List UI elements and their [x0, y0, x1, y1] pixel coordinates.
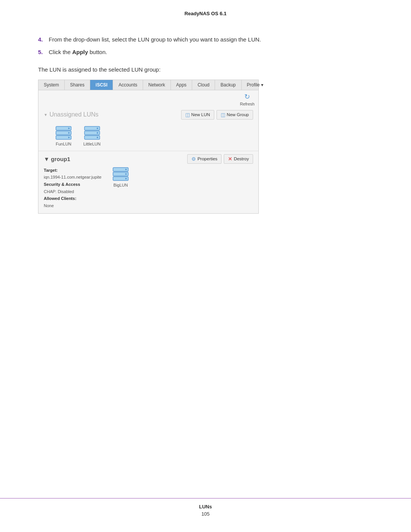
page-footer: LUNs 105 — [0, 498, 411, 517]
group-actions: ⚙ Properties ✕ Destroy — [187, 154, 253, 164]
little-lun-item[interactable]: LittleLUN — [83, 126, 100, 146]
destroy-icon: ✕ — [228, 156, 232, 162]
security-value: CHAP: Disabled — [44, 189, 74, 194]
new-group-label: New Group — [227, 112, 249, 117]
security-label: Security & Access — [44, 182, 80, 187]
big-lun-item[interactable]: BigLUN — [112, 167, 129, 187]
security-value-row: CHAP: Disabled — [44, 188, 105, 195]
group-arrow: ▼ — [44, 156, 49, 162]
new-lun-button[interactable]: ◫ New LUN — [181, 110, 214, 120]
big-lun-icon — [112, 167, 129, 181]
ui-panel: System Shares iSCSI Accounts Network App… — [38, 80, 259, 214]
group-header: ▼ group1 ⚙ Properties ✕ Destroy — [44, 154, 253, 164]
security-label-row: Security & Access — [44, 181, 105, 188]
svg-point-3 — [68, 128, 70, 129]
group-title: ▼ group1 — [44, 156, 70, 162]
refresh-button[interactable]: ↻ Refresh — [240, 93, 255, 106]
nav-iscsi[interactable]: iSCSI — [90, 80, 113, 90]
group-section: ▼ group1 ⚙ Properties ✕ Destroy — [38, 151, 258, 213]
section-actions: ◫ New LUN ◫ New Group — [181, 110, 253, 120]
fun-lun-icon — [55, 126, 72, 140]
nav-cloud[interactable]: Cloud — [192, 80, 215, 90]
page-content: 4. From the drop-down list, select the L… — [0, 24, 411, 236]
unassigned-title: Unassigned LUNs — [49, 111, 99, 118]
fun-lun-item[interactable]: FunLUN — [55, 126, 72, 146]
properties-button[interactable]: ⚙ Properties — [187, 154, 221, 164]
target-value: iqn.1994-11.com.netgear:jupite — [44, 175, 102, 179]
nav-network[interactable]: Network — [143, 80, 171, 90]
target-label-row: Target: — [44, 167, 105, 174]
properties-icon: ⚙ — [191, 156, 196, 162]
new-group-button[interactable]: ◫ New Group — [217, 110, 253, 120]
svg-point-17 — [125, 178, 127, 179]
new-lun-label: New LUN — [191, 112, 210, 117]
allowed-value-row: None — [44, 202, 105, 209]
svg-point-15 — [125, 169, 127, 170]
section-title: ▼ Unassigned LUNs — [44, 111, 99, 118]
nav-profile[interactable]: Profile ▾ — [242, 80, 269, 90]
step-4-text: From the drop-down list, select the LUN … — [49, 35, 373, 44]
svg-point-5 — [68, 137, 70, 138]
fun-lun-label: FunLUN — [56, 142, 72, 146]
nav-accounts[interactable]: Accounts — [113, 80, 143, 90]
toolbar: ↻ Refresh — [38, 90, 258, 107]
svg-point-10 — [97, 132, 98, 134]
page-header: ReadyNAS OS 6.1 — [0, 0, 411, 24]
refresh-icon: ↻ — [244, 93, 250, 101]
group-body: Target: iqn.1994-11.com.netgear:jupite S… — [44, 167, 253, 209]
group-name: group1 — [51, 156, 70, 162]
step-5: 5. Click the Apply button. — [38, 48, 373, 57]
nav-apps[interactable]: Apps — [171, 80, 192, 90]
unassigned-section: ▼ Unassigned LUNs ◫ New LUN ◫ New Group — [38, 107, 258, 151]
new-group-icon: ◫ — [221, 112, 225, 118]
big-lun-label: BigLUN — [113, 183, 128, 187]
little-lun-label: LittleLUN — [83, 142, 100, 146]
nav-shares[interactable]: Shares — [65, 80, 90, 90]
section-header: ▼ Unassigned LUNs ◫ New LUN ◫ New Group — [44, 110, 253, 120]
allowed-label: Allowed Clients: — [44, 196, 76, 201]
allowed-label-row: Allowed Clients: — [44, 195, 105, 202]
refresh-label: Refresh — [240, 102, 255, 106]
destroy-label: Destroy — [234, 157, 249, 161]
step-5-text: Click the Apply button. — [49, 48, 373, 57]
unassigned-lun-items: FunLUN LittleLUN — [44, 123, 253, 147]
little-lun-icon — [84, 126, 100, 140]
svg-point-16 — [125, 173, 127, 175]
header-title: ReadyNAS OS 6.1 — [185, 11, 227, 16]
group-info: Target: iqn.1994-11.com.netgear:jupite S… — [44, 167, 105, 209]
target-label: Target: — [44, 168, 57, 173]
properties-label: Properties — [198, 157, 217, 161]
nav-backup[interactable]: Backup — [215, 80, 241, 90]
step-list: 4. From the drop-down list, select the L… — [38, 35, 373, 56]
step-4-number: 4. — [38, 35, 49, 44]
step-4: 4. From the drop-down list, select the L… — [38, 35, 373, 44]
svg-point-4 — [68, 132, 70, 134]
nav-bar: System Shares iSCSI Accounts Network App… — [38, 80, 258, 90]
nav-system[interactable]: System — [38, 80, 65, 90]
step-5-number: 5. — [38, 48, 49, 57]
apply-bold: Apply — [72, 49, 88, 55]
target-value-row: iqn.1994-11.com.netgear:jupite — [44, 174, 105, 181]
svg-point-9 — [97, 128, 98, 129]
footer-title: LUNs — [0, 504, 411, 510]
footer-page: 105 — [0, 511, 411, 517]
section-arrow: ▼ — [44, 113, 48, 117]
new-lun-icon: ◫ — [185, 112, 190, 118]
svg-point-11 — [97, 137, 98, 138]
caption-text: The LUN is assigned to the selected LUN … — [38, 66, 373, 74]
allowed-value: None — [44, 203, 54, 208]
destroy-button[interactable]: ✕ Destroy — [224, 154, 253, 164]
step-5-suffix: button. — [88, 49, 107, 55]
